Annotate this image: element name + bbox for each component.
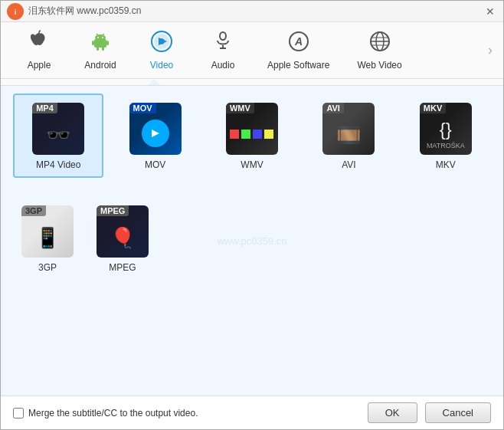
nav-label-apple-software: Apple Software [267,60,329,71]
mpeg-icon: MPEG 🎈 [97,205,149,258]
apple-software-icon: A [287,30,310,58]
mp4-label: MP4 Video [36,159,80,170]
svg-point-7 [95,34,106,41]
nav-item-apple[interactable]: Apple [8,27,70,74]
mov-circle [142,120,169,147]
web-video-icon [368,30,391,58]
svg-rect-6 [102,47,104,51]
format-grid-row1: MP4 🕶️ MP4 Video MOV [13,94,491,178]
nav-label-web-video: Web Video [357,60,401,71]
avi-tag: AVI [322,103,344,113]
apple-icon [28,30,51,58]
avi-image: 🎞️ [336,123,361,147]
nav-label-video: Video [150,60,173,71]
mpeg-image: 🎈 [110,226,135,250]
active-tab-indicator [148,79,160,85]
title-bar-left: i 泪东软件网 www.pc0359.cn [7,3,141,20]
wmv-squares [230,130,273,139]
nav-item-audio[interactable]: Audio [192,27,254,74]
3gp-icon: 3GP 📱 [21,205,74,258]
avi-label: AVI [342,159,355,170]
subtitle-label: Merge the subtitle/CC to the output vide… [28,408,198,419]
svg-point-9 [102,37,103,38]
wmv-label: WMV [241,159,263,170]
checkbox-area: Merge the subtitle/CC to the output vide… [13,408,198,419]
nav-next-arrow[interactable]: › [485,42,496,58]
nav-label-audio: Audio [211,60,235,71]
svg-rect-4 [106,41,109,45]
format-item-mpeg[interactable]: MPEG 🎈 MPEG [88,196,157,281]
format-item-avi[interactable]: AVI 🎞️ AVI [303,94,394,178]
nav-label-android: Android [84,60,116,71]
svg-rect-3 [92,41,94,45]
mov-label: MOV [145,159,165,170]
format-item-mp4[interactable]: MP4 🕶️ MP4 Video [13,94,103,178]
app-logo: i [7,3,24,20]
nav-bar: Apple Android [1,22,503,79]
close-button[interactable]: ✕ [483,5,497,18]
mpeg-label: MPEG [109,262,136,273]
nav-item-android[interactable]: Android [70,27,131,74]
format-grid-row2: 3GP 📱 3GP MPEG 🎈 MPEG [13,193,491,281]
svg-rect-5 [97,47,99,51]
subtitle-checkbox[interactable] [13,408,24,419]
format-item-3gp[interactable]: 3GP 📱 3GP [13,196,82,281]
mkv-icon: MKV {} MATROŠKA [420,103,472,155]
mkv-sub: MATROŠKA [427,142,465,149]
svg-point-8 [97,37,99,38]
wmv-tag: WMV [226,103,254,113]
video-icon [150,30,173,58]
title-bar: i 泪东软件网 www.pc0359.cn ✕ [1,1,503,22]
3gp-tag: 3GP [21,205,46,216]
format-item-wmv[interactable]: WMV WMV [207,94,297,178]
nav-label-apple: Apple [28,60,51,71]
bottom-bar: Merge the subtitle/CC to the output vide… [1,396,503,429]
mpeg-tag: MPEG [97,205,129,216]
mov-icon: MOV [129,103,182,155]
avi-icon: AVI 🎞️ [322,103,375,155]
button-group: OK Cancel [368,402,491,423]
mkv-braces: {} [440,119,452,140]
mkv-label: MKV [436,159,456,170]
3gp-image: 📱 [35,226,60,250]
android-icon [89,30,112,58]
3gp-label: 3GP [38,262,57,273]
nav-item-video[interactable]: Video [131,27,192,74]
mkv-tag: MKV [420,103,446,113]
ok-button[interactable]: OK [368,402,417,423]
window-title: 泪东软件网 www.pc0359.cn [28,5,141,18]
content-area: www.pc0359.cn MP4 🕶️ MP4 Video MOV [1,86,503,396]
audio-icon [211,30,234,58]
svg-text:i: i [15,8,17,16]
mp4-image: 🕶️ [46,123,70,147]
svg-text:A: A [294,35,303,48]
nav-item-apple-software[interactable]: A Apple Software [254,27,343,74]
cancel-button[interactable]: Cancel [425,402,491,423]
mp4-tag: MP4 [32,103,57,113]
format-item-mov[interactable]: MOV MOV [110,94,200,178]
main-window: i 泪东软件网 www.pc0359.cn ✕ Apple [0,0,504,430]
nav-item-web-video[interactable]: Web Video [343,27,415,74]
svg-point-15 [220,32,226,40]
mp4-icon: MP4 🕶️ [32,103,84,155]
mov-tag: MOV [129,103,156,113]
wmv-icon: WMV [226,103,278,155]
format-item-mkv[interactable]: MKV {} MATROŠKA MKV [401,94,491,178]
